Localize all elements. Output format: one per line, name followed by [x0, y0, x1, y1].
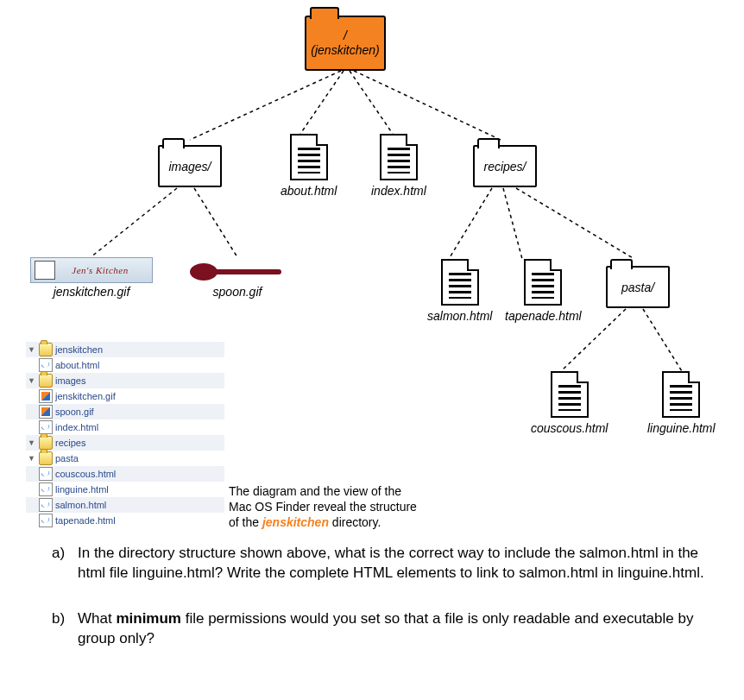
root-name: (jenskitchen) [311, 43, 379, 58]
folder-icon [39, 374, 53, 388]
diagram-caption: The diagram and the view of the Mac OS F… [229, 483, 445, 531]
about-label: about.html [281, 184, 337, 198]
finder-row: salmon.html [26, 497, 224, 513]
tapenade-file: tapenade.html [505, 259, 582, 323]
image-file-icon [39, 389, 53, 403]
caption-line3-pre: of the [229, 515, 262, 529]
finder-index: index.html [55, 422, 98, 432]
file-icon [662, 371, 700, 418]
html-file-icon [39, 514, 53, 527]
finder-spoon: spoon.gif [55, 407, 94, 417]
jenskitchen-gif-node: Jen's Kitchen jenskitchen.gif [30, 257, 153, 299]
html-file-icon [39, 482, 53, 496]
root-slash: / [344, 28, 347, 43]
question-b-letter: b) [52, 609, 78, 649]
finder-row: jenskitchen.gif [26, 388, 224, 404]
file-icon [551, 371, 589, 418]
image-file-icon [39, 405, 53, 419]
caption-line3-post: directory. [329, 515, 381, 529]
finder-row: ▼jenskitchen [26, 342, 224, 357]
linguine-file: linguine.html [647, 371, 716, 435]
finder-row: about.html [26, 357, 224, 373]
finder-images: images [55, 375, 85, 386]
folder-icon [39, 451, 53, 465]
disclosure-triangle-icon: ▼ [28, 454, 36, 463]
jenskitchen-gif-label: jenskitchen.gif [30, 285, 153, 299]
html-file-icon [39, 498, 53, 512]
finder-linguine: linguine.html [55, 484, 109, 495]
questions: a) In the directory structure shown abov… [52, 544, 708, 675]
salmon-label: salmon.html [427, 309, 492, 323]
images-label: images/ [168, 160, 211, 173]
spoon-image [190, 257, 285, 283]
diagram-canvas: / (jenskitchen) images/ about.html index… [0, 0, 744, 700]
index-label: index.html [371, 184, 426, 198]
tapenade-label: tapenade.html [505, 309, 582, 323]
finder-recipes: recipes [55, 438, 85, 448]
recipes-folder: recipes/ [473, 145, 537, 187]
disclosure-triangle-icon: ▼ [28, 376, 36, 385]
question-a: a) In the directory structure shown abov… [52, 544, 708, 583]
caption-line2: Mac OS Finder reveal the structure [229, 500, 417, 514]
spoon-gif-label: spoon.gif [190, 285, 285, 299]
finder-row: ▼images [26, 373, 224, 388]
question-b-bold: minimum [116, 610, 181, 627]
html-file-icon [39, 358, 53, 372]
finder-row: ▼recipes [26, 435, 224, 451]
finder-row: ▼pasta [26, 451, 224, 466]
folder-icon [39, 343, 53, 356]
svg-line-10 [643, 309, 682, 371]
spoon-gif-node: spoon.gif [190, 257, 285, 299]
svg-line-2 [350, 71, 393, 134]
svg-line-1 [300, 71, 344, 134]
file-icon [524, 259, 562, 306]
finder-jkgif: jenskitchen.gif [55, 391, 116, 401]
svg-line-3 [354, 71, 501, 140]
images-folder: images/ [158, 145, 222, 187]
pasta-folder: pasta/ [606, 266, 670, 308]
html-file-icon [39, 467, 53, 481]
question-a-letter: a) [52, 544, 78, 583]
finder-jenskitchen: jenskitchen [55, 344, 103, 355]
folder-icon: pasta/ [606, 266, 670, 308]
svg-line-6 [449, 188, 492, 259]
couscous-file: couscous.html [531, 371, 608, 435]
finder-tapenade: tapenade.html [55, 515, 116, 526]
disclosure-triangle-icon: ▼ [28, 438, 36, 447]
couscous-label: couscous.html [531, 421, 608, 435]
finder-row: linguine.html [26, 482, 224, 497]
folder-icon: / (jenskitchen) [305, 16, 386, 71]
jk-thumb-text: Jen's Kitchen [72, 265, 128, 275]
folder-icon [39, 436, 53, 450]
question-b: b) What minimum file permissions would y… [52, 609, 708, 649]
folder-icon: images/ [158, 145, 222, 187]
finder-row: tapenade.html [26, 513, 224, 528]
finder-tree: ▼jenskitchen about.html ▼images jenskitc… [26, 342, 224, 528]
question-b-text: What minimum file permissions would you … [78, 609, 708, 649]
folder-icon: recipes/ [473, 145, 537, 187]
svg-line-8 [516, 188, 634, 259]
svg-line-7 [503, 188, 522, 259]
file-icon [441, 259, 479, 306]
finder-row: couscous.html [26, 466, 224, 482]
recipes-label: recipes/ [483, 160, 526, 173]
caption-highlight: jenskitchen [262, 515, 329, 529]
question-a-text: In the directory structure shown above, … [78, 544, 708, 583]
svg-line-5 [194, 188, 237, 257]
disclosure-triangle-icon: ▼ [28, 345, 36, 354]
index-file: index.html [371, 134, 426, 198]
caption-line1: The diagram and the view of the [229, 484, 401, 498]
salmon-file: salmon.html [427, 259, 492, 323]
jenskitchen-thumbnail: Jen's Kitchen [30, 257, 153, 283]
finder-about: about.html [55, 360, 99, 370]
root-folder: / (jenskitchen) [305, 16, 386, 71]
svg-line-0 [190, 71, 341, 140]
linguine-label: linguine.html [647, 421, 716, 435]
file-icon [380, 134, 418, 180]
pasta-label: pasta/ [621, 281, 654, 294]
file-icon [290, 134, 328, 180]
finder-row: index.html [26, 419, 224, 435]
finder-pasta: pasta [55, 453, 79, 464]
finder-salmon: salmon.html [55, 500, 106, 510]
about-file: about.html [281, 134, 337, 198]
